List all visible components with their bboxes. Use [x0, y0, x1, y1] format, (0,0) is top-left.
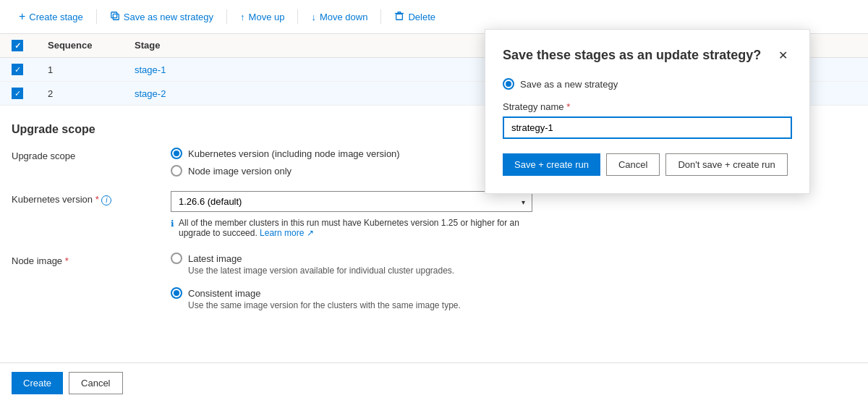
modal-close-button[interactable]: ✕ — [774, 47, 792, 64]
k8s-info-text: All of the member clusters in this run m… — [179, 218, 532, 238]
radio-latest-image-group: Latest image Use the latest image versio… — [171, 253, 856, 276]
info-circle-icon: ℹ — [171, 219, 174, 229]
cancel-button[interactable]: Cancel — [69, 372, 122, 394]
bottom-bar: Create Cancel — [0, 362, 868, 403]
node-image-required-marker: * — [65, 255, 69, 266]
toolbar-separator-1 — [96, 9, 97, 24]
arrow-down-icon: ↓ — [311, 12, 316, 22]
create-stage-label: Create stage — [29, 12, 82, 22]
node-image-label: Node image * — [12, 253, 171, 266]
plus-icon: + — [19, 10, 25, 23]
create-button[interactable]: Create — [12, 372, 63, 394]
k8s-info-icon: i — [101, 195, 111, 205]
modal-strategy-name-label: Strategy name * — [503, 101, 792, 112]
k8s-version-row: Kubernetes version * i 1.26.6 (default) … — [12, 191, 856, 238]
toolbar-separator-4 — [380, 9, 381, 24]
svg-rect-1 — [111, 12, 117, 17]
row2-checkbox[interactable] — [12, 88, 48, 99]
radio-latest-label: Latest image — [188, 253, 242, 264]
header-checkbox-cell[interactable] — [12, 40, 48, 51]
k8s-info-box: ℹ All of the member clusters in this run… — [171, 218, 532, 238]
svg-rect-0 — [113, 14, 119, 20]
modal-actions: Save + create run Cancel Don't save + cr… — [503, 153, 792, 176]
radio-k8s-version-circle — [171, 148, 182, 159]
radio-latest-desc: Use the latest image version available f… — [188, 266, 856, 276]
row2-seq: 2 — [48, 88, 135, 99]
radio-consistent-label: Consistent image — [188, 288, 260, 299]
k8s-version-label: Kubernetes version * i — [12, 191, 171, 205]
learn-more-link[interactable]: Learn more ↗ — [260, 228, 314, 238]
k8s-version-controls: 1.26.6 (default) ▾ ℹ All of the member c… — [171, 191, 856, 238]
radio-consistent-circle — [171, 287, 182, 299]
delete-button[interactable]: Delete — [387, 7, 443, 27]
move-up-label: Move up — [249, 12, 285, 22]
move-down-button[interactable]: ↓ Move down — [304, 7, 375, 27]
save-as-new-strategy-button[interactable]: Save as new strategy — [103, 7, 221, 27]
row1-seq: 1 — [48, 64, 135, 75]
arrow-up-icon: ↑ — [240, 12, 245, 22]
modal-cancel-button[interactable]: Cancel — [606, 153, 660, 176]
radio-consistent-desc: Use the same image version for the clust… — [188, 300, 856, 310]
k8s-version-select-wrapper: 1.26.6 (default) ▾ — [171, 191, 532, 212]
strategy-name-input[interactable] — [503, 116, 792, 139]
radio-k8s-version-label: Kubernetes version (including node image… — [188, 148, 400, 159]
node-image-row: Node image * Latest image Use the latest… — [12, 253, 856, 310]
create-stage-button[interactable]: + Create stage — [12, 6, 90, 27]
modal-radio-label: Save as a new strategy — [520, 79, 618, 90]
modal-radio-row: Save as a new strategy — [503, 78, 792, 90]
toolbar-separator-3 — [297, 9, 298, 24]
move-up-button[interactable]: ↑ Move up — [233, 7, 292, 27]
radio-consistent-image-group: Consistent image Use the same image vers… — [171, 287, 856, 310]
node-image-radio-group: Latest image Use the latest image versio… — [171, 253, 856, 310]
move-down-label: Move down — [320, 12, 367, 22]
modal-required-marker: * — [566, 101, 570, 112]
row1-checkbox[interactable] — [12, 64, 48, 75]
save-create-run-button[interactable]: Save + create run — [503, 153, 600, 176]
delete-label: Delete — [408, 12, 435, 22]
modal-radio-circle — [503, 78, 514, 90]
dont-save-button[interactable]: Don't save + create run — [665, 153, 787, 176]
radio-latest-image[interactable]: Latest image — [171, 253, 856, 264]
radio-consistent-image[interactable]: Consistent image — [171, 287, 856, 299]
modal-title: Save these stages as an update strategy? — [503, 47, 774, 64]
radio-node-image-version-label: Node image version only — [188, 166, 292, 177]
upgrade-scope-label: Upgrade scope — [12, 148, 171, 161]
modal-header: Save these stages as an update strategy?… — [503, 47, 792, 64]
save-strategy-modal: Save these stages as an update strategy?… — [485, 29, 810, 194]
svg-rect-2 — [396, 14, 403, 20]
copy-icon — [110, 11, 120, 23]
toolbar-separator-2 — [226, 9, 227, 24]
select-all-checkbox[interactable] — [12, 40, 23, 51]
node-image-controls: Latest image Use the latest image versio… — [171, 253, 856, 310]
save-as-new-strategy-label: Save as new strategy — [124, 12, 213, 22]
k8s-version-select[interactable]: 1.26.6 (default) — [171, 191, 532, 212]
trash-icon — [394, 11, 404, 23]
k8s-required-marker: * — [95, 194, 99, 205]
col-sequence: Sequence — [48, 40, 135, 51]
radio-node-image-version-circle — [171, 165, 182, 177]
radio-latest-circle — [171, 253, 182, 264]
